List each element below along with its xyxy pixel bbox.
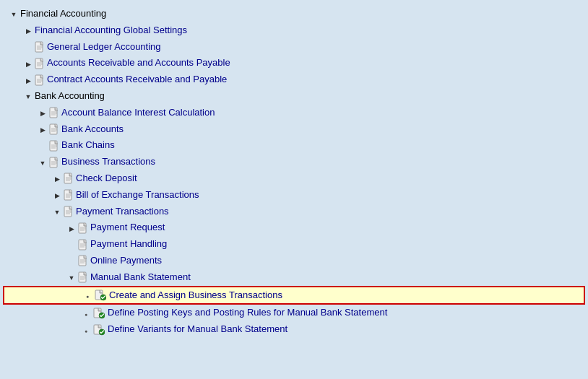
- toggle-fa-global-settings[interactable]: [23, 25, 33, 35]
- toggle-bank-chains[interactable]: [38, 141, 48, 151]
- tree-container: Financial AccountingFinancial Accounting…: [0, 0, 588, 344]
- toggle-define-posting[interactable]: [81, 308, 91, 318]
- node-label-bank-chains[interactable]: Bank Chains: [61, 138, 115, 153]
- check-icon-create-assign: [94, 289, 107, 301]
- tree-node-bill-of-exchange[interactable]: Bill of Exchange Transactions: [3, 187, 585, 204]
- node-label-bank-accounts[interactable]: Bank Accounts: [61, 122, 124, 137]
- tree-node-payment-transactions[interactable]: Payment Transactions: [3, 204, 585, 220]
- tree-node-payment-request[interactable]: Payment Request: [3, 219, 585, 236]
- node-label-contract-accounts[interactable]: Contract Accounts Receivable and Payable: [47, 72, 227, 87]
- doc-icon-general-ledger: [35, 41, 45, 53]
- toggle-payment-request[interactable]: [66, 223, 77, 233]
- node-label-payment-handling[interactable]: Payment Handling: [90, 237, 167, 252]
- tree-node-bank-chains[interactable]: Bank Chains: [3, 137, 585, 154]
- toggle-general-ledger[interactable]: [23, 42, 33, 52]
- node-label-business-transactions[interactable]: Business Transactions: [61, 154, 155, 170]
- doc-icon-payment-handling: [78, 239, 88, 251]
- check-icon-define-variants: [92, 324, 105, 336]
- node-label-define-variants[interactable]: Define Variants for Manual Bank Statemen…: [108, 322, 287, 337]
- tree-node-general-ledger[interactable]: General Ledger Accounting: [3, 39, 585, 56]
- node-label-general-ledger[interactable]: General Ledger Accounting: [47, 40, 161, 55]
- node-label-bill-of-exchange[interactable]: Bill of Exchange Transactions: [76, 188, 199, 203]
- toggle-business-transactions[interactable]: [38, 157, 48, 167]
- toggle-contract-accounts[interactable]: [23, 75, 33, 85]
- toggle-bill-of-exchange[interactable]: [52, 190, 62, 200]
- tree-node-manual-bank-statement[interactable]: Manual Bank Statement: [3, 269, 585, 286]
- node-label-create-assign[interactable]: Create and Assign Business Transactions: [109, 288, 282, 303]
- toggle-manual-bank-statement[interactable]: [66, 272, 77, 282]
- check-icon-define-posting: [92, 308, 105, 319]
- tree-node-check-deposit[interactable]: Check Deposit: [3, 170, 585, 187]
- tree-node-fa-global-settings[interactable]: Financial Accounting Global Settings: [3, 22, 585, 39]
- toggle-create-assign[interactable]: [82, 290, 92, 300]
- doc-icon-payment-request: [78, 222, 88, 234]
- tree-node-define-variants[interactable]: Define Variants for Manual Bank Statemen…: [3, 321, 585, 338]
- doc-icon-manual-bank-statement: [78, 271, 88, 283]
- doc-icon-business-transactions: [49, 157, 59, 168]
- tree-node-accounts-receivable[interactable]: Accounts Receivable and Accounts Payable: [3, 55, 585, 71]
- tree-node-create-assign[interactable]: Create and Assign Business Transactions: [3, 286, 585, 305]
- tree-node-account-balance[interactable]: Account Balance Interest Calculation: [3, 105, 585, 121]
- doc-icon-check-deposit: [64, 173, 74, 184]
- toggle-accounts-receivable[interactable]: [23, 58, 33, 69]
- node-label-bank-accounting: Bank Accounting: [35, 89, 105, 104]
- doc-icon-bank-accounts: [49, 123, 59, 135]
- toggle-payment-handling[interactable]: [66, 240, 77, 250]
- toggle-payment-transactions[interactable]: [52, 206, 62, 217]
- toggle-define-variants[interactable]: [81, 325, 91, 335]
- tree-node-define-posting[interactable]: Define Posting Keys and Posting Rules fo…: [3, 305, 585, 321]
- toggle-bank-accounting[interactable]: [23, 91, 33, 101]
- node-label-check-deposit[interactable]: Check Deposit: [76, 171, 137, 186]
- tree-node-bank-accounting[interactable]: Bank Accounting: [3, 88, 585, 105]
- node-label-financial-accounting: Financial Accounting: [20, 6, 106, 22]
- doc-icon-bill-of-exchange: [64, 189, 74, 201]
- toggle-financial-accounting[interactable]: [9, 9, 19, 19]
- doc-icon-contract-accounts: [35, 74, 45, 86]
- toggle-check-deposit[interactable]: [52, 173, 62, 183]
- doc-icon-payment-transactions: [64, 206, 74, 217]
- doc-icon-accounts-receivable: [35, 58, 45, 69]
- doc-icon-account-balance: [49, 107, 59, 118]
- node-label-fa-global-settings[interactable]: Financial Accounting Global Settings: [35, 23, 187, 38]
- toggle-account-balance[interactable]: [38, 108, 48, 118]
- node-label-payment-request[interactable]: Payment Request: [90, 220, 165, 235]
- doc-icon-online-payments: [78, 255, 88, 266]
- tree-node-business-transactions[interactable]: Business Transactions: [3, 154, 585, 170]
- node-label-accounts-receivable[interactable]: Accounts Receivable and Accounts Payable: [47, 56, 230, 71]
- tree-node-contract-accounts[interactable]: Contract Accounts Receivable and Payable: [3, 71, 585, 88]
- toggle-online-payments[interactable]: [66, 256, 77, 266]
- toggle-bank-accounts[interactable]: [38, 124, 48, 134]
- tree-node-financial-accounting[interactable]: Financial Accounting: [3, 6, 585, 22]
- tree-node-online-payments[interactable]: Online Payments: [3, 253, 585, 269]
- doc-icon-bank-chains: [49, 140, 59, 152]
- tree-node-payment-handling[interactable]: Payment Handling: [3, 236, 585, 253]
- tree-node-bank-accounts[interactable]: Bank Accounts: [3, 121, 585, 138]
- node-label-online-payments[interactable]: Online Payments: [90, 253, 162, 269]
- node-label-account-balance[interactable]: Account Balance Interest Calculation: [61, 105, 215, 121]
- node-label-define-posting[interactable]: Define Posting Keys and Posting Rules fo…: [108, 305, 387, 321]
- node-label-manual-bank-statement[interactable]: Manual Bank Statement: [90, 270, 191, 285]
- node-label-payment-transactions[interactable]: Payment Transactions: [76, 204, 169, 219]
